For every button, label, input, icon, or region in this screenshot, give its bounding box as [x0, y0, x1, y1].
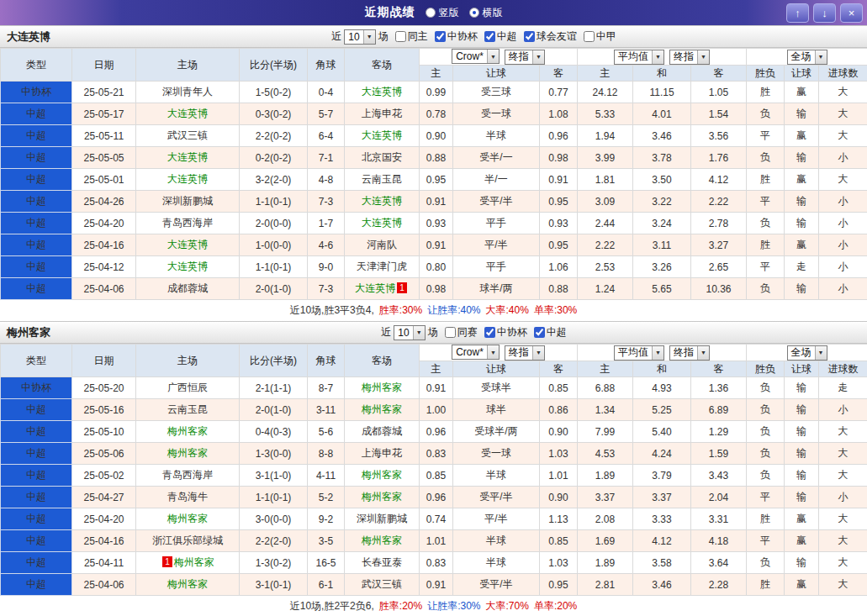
- team-link[interactable]: 深圳青年人: [162, 86, 213, 97]
- avg-source-dropdown[interactable]: 平均值▼: [614, 50, 664, 65]
- league-filter[interactable]: 中协杯: [484, 325, 527, 340]
- chevron-down-icon: ▼: [487, 50, 499, 63]
- match-row: 中超 25-05-17 大连英博 0-3(0-2) 5-7 上海申花 0.78受…: [1, 103, 867, 125]
- avg-source-dropdown[interactable]: 平均值▼: [614, 345, 664, 361]
- odds-away: 0.90: [540, 487, 578, 508]
- team-link[interactable]: 武汉三镇: [362, 578, 402, 590]
- result-winloss: 胜: [747, 169, 785, 191]
- odds-source-dropdown[interactable]: Crow*▼: [452, 345, 500, 360]
- team-link[interactable]: 青岛海牛: [167, 491, 208, 503]
- team-link[interactable]: 大连英博: [167, 173, 208, 185]
- league-filter-checkbox[interactable]: [435, 31, 446, 42]
- match-row: 中超 25-05-10 梅州客家 0-4(0-3) 5-6 成都蓉城 0.96受…: [1, 421, 867, 443]
- match-score: 1-1(0-1): [240, 487, 308, 508]
- team-link[interactable]: 云南玉昆: [362, 173, 402, 185]
- team-link[interactable]: 北京国安: [362, 151, 402, 163]
- team-link[interactable]: 梅州客家: [362, 403, 402, 415]
- avg-away: 3.43: [691, 465, 747, 487]
- team-link[interactable]: 梅州客家: [167, 425, 208, 437]
- league-filter-checkbox[interactable]: [484, 31, 495, 42]
- team-link[interactable]: 大连英博: [167, 261, 208, 272]
- odds-source-dropdown[interactable]: Crow*▼: [452, 49, 500, 64]
- avg-draw: 3.78: [633, 147, 691, 169]
- team-link[interactable]: 梅州客家: [362, 534, 402, 546]
- close-button[interactable]: ×: [840, 3, 863, 23]
- result-goals: 小: [819, 191, 867, 213]
- result-handicap: 赢: [785, 530, 819, 552]
- avg-time-dropdown[interactable]: 终指▼: [669, 345, 710, 361]
- odds-away: 0.95: [540, 191, 578, 213]
- team-link[interactable]: 梅州客家: [167, 447, 208, 459]
- team-link[interactable]: 上海申花: [362, 108, 402, 119]
- league-filter-checkbox[interactable]: [484, 327, 495, 338]
- team-link[interactable]: 大连英博: [362, 217, 402, 229]
- view-option-vertical[interactable]: 竖版: [426, 6, 459, 20]
- col-header: 让球: [785, 66, 819, 82]
- league-filter-checkbox[interactable]: [584, 31, 595, 42]
- team-link[interactable]: 大连英博: [362, 195, 402, 207]
- team-link[interactable]: 浙江俱乐部绿城: [152, 534, 223, 546]
- team-link[interactable]: 青岛西海岸: [162, 469, 213, 481]
- team-link[interactable]: 深圳新鹏城: [357, 513, 407, 524]
- corner-score: 5-7: [308, 103, 345, 125]
- league-filter-label: 中协杯: [497, 325, 527, 340]
- league-filter[interactable]: 中甲: [584, 29, 616, 44]
- team-link[interactable]: 大连英博: [355, 282, 395, 294]
- team-link[interactable]: 梅州客家: [362, 491, 402, 503]
- team-link[interactable]: 梅州客家: [174, 556, 214, 568]
- corner-score: 9-0: [308, 256, 345, 278]
- move-down-button[interactable]: ↓: [813, 3, 836, 23]
- team-link[interactable]: 大连英博: [362, 86, 402, 97]
- odds-handicap: 半球: [453, 552, 540, 574]
- league-filter[interactable]: 中协杯: [435, 29, 478, 44]
- league-filter[interactable]: 同赛: [445, 325, 478, 340]
- odds-home: 1.01: [420, 530, 453, 552]
- team-link[interactable]: 深圳新鹏城: [162, 195, 213, 207]
- avg-draw: 5.25: [633, 399, 691, 421]
- team-link[interactable]: 云南玉昆: [167, 403, 208, 415]
- league-filter-checkbox[interactable]: [395, 31, 406, 42]
- league-filter[interactable]: 同主: [395, 29, 428, 44]
- match-count-dropdown[interactable]: 10▼: [394, 325, 425, 340]
- team-link[interactable]: 天津津门虎: [357, 261, 407, 272]
- team-link[interactable]: 大连英博: [362, 129, 402, 141]
- odds-home: 0.80: [420, 256, 453, 278]
- team-link[interactable]: 成都蓉城: [167, 282, 208, 294]
- team-link[interactable]: 大连英博: [167, 239, 208, 250]
- result-winloss: 负: [747, 377, 785, 399]
- league-filter[interactable]: 球会友谊: [524, 29, 577, 44]
- team-link[interactable]: 梅州客家: [362, 469, 402, 481]
- league-filter[interactable]: 中超: [534, 325, 567, 340]
- move-up-button[interactable]: ↑: [786, 3, 809, 23]
- match-date: 25-05-17: [72, 103, 136, 125]
- team-link[interactable]: 大连英博: [167, 151, 208, 163]
- odds-home: 0.91: [420, 191, 453, 213]
- team-link[interactable]: 武汉三镇: [167, 129, 208, 141]
- col-header: 胜负: [747, 361, 785, 377]
- result-scope-dropdown[interactable]: 全场▼: [787, 50, 827, 65]
- team-link[interactable]: 成都蓉城: [362, 425, 402, 437]
- league-filter[interactable]: 中超: [484, 29, 517, 44]
- match-count-dropdown[interactable]: 10▼: [344, 29, 375, 45]
- chevron-down-icon: ▼: [697, 50, 709, 64]
- team-link[interactable]: 梅州客家: [362, 382, 402, 393]
- view-option-horizontal[interactable]: 横版: [469, 6, 503, 20]
- league-filter-checkbox[interactable]: [445, 327, 456, 338]
- avg-time-dropdown[interactable]: 终指▼: [669, 50, 710, 65]
- result-scope-dropdown[interactable]: 全场▼: [787, 345, 827, 361]
- league-filter-checkbox[interactable]: [524, 31, 535, 42]
- team-link[interactable]: 长春亚泰: [362, 556, 402, 568]
- team-link[interactable]: 广西恒辰: [167, 382, 208, 393]
- team-link[interactable]: 上海申花: [362, 447, 402, 459]
- team-link[interactable]: 河南队: [367, 239, 397, 250]
- team-link[interactable]: 青岛西海岸: [162, 217, 213, 229]
- odds-time-dropdown[interactable]: 终指▼: [505, 345, 545, 361]
- result-dropdown-cell: 全场▼: [747, 49, 867, 66]
- league-filter-checkbox[interactable]: [534, 327, 545, 338]
- team-link[interactable]: 梅州客家: [167, 578, 208, 590]
- team-link[interactable]: 大连英博: [167, 108, 208, 119]
- odds-time-dropdown[interactable]: 终指▼: [505, 50, 545, 65]
- team-link[interactable]: 梅州客家: [167, 513, 208, 524]
- section-header: 大连英博 近 10▼ 场 同主中协杯中超球会友谊中甲: [0, 25, 867, 48]
- corner-score: 9-2: [308, 508, 345, 530]
